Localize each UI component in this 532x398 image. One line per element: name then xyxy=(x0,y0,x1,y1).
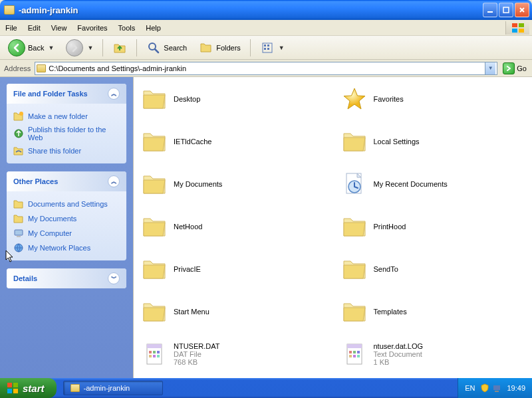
svg-rect-3 xyxy=(519,23,524,27)
file-item[interactable]: IETldCache xyxy=(136,126,330,157)
share-icon xyxy=(13,146,24,156)
go-label: Go xyxy=(517,64,527,72)
search-button[interactable]: Search xyxy=(142,39,191,57)
my-computer-link[interactable]: My Computer xyxy=(13,226,120,241)
svg-rect-22 xyxy=(153,351,156,353)
folder-icon xyxy=(340,298,368,326)
menu-help[interactable]: Help xyxy=(140,21,166,35)
file-icon xyxy=(340,340,368,368)
docs-settings-link[interactable]: Documents and Settings xyxy=(13,197,120,211)
folder-icon xyxy=(340,128,368,155)
new-folder-icon xyxy=(13,111,24,122)
file-item[interactable]: PrivacIE xyxy=(136,254,330,284)
svg-rect-1 xyxy=(503,7,509,13)
item-name: Start Menu xyxy=(174,308,209,316)
network-icon xyxy=(13,243,24,253)
address-label: Address xyxy=(3,64,32,72)
shield-icon[interactable] xyxy=(480,383,489,393)
new-folder-link[interactable]: Make a new folder xyxy=(13,109,120,124)
file-item[interactable]: My Recent Documents xyxy=(336,169,530,199)
go-button[interactable]: Go xyxy=(500,61,529,76)
maximize-button[interactable] xyxy=(499,3,513,17)
menu-file[interactable]: File xyxy=(0,21,23,35)
system-tray: EN 19:49 xyxy=(458,378,532,398)
favorites-star-icon xyxy=(340,85,368,113)
menu-edit[interactable]: Edit xyxy=(23,21,46,35)
collapse-icon: ︽ xyxy=(108,175,120,187)
folder-icon xyxy=(140,170,168,198)
separator xyxy=(136,39,137,56)
tray-icon[interactable] xyxy=(492,383,501,393)
forward-dropdown-icon[interactable]: ▼ xyxy=(87,45,93,51)
start-button[interactable]: start xyxy=(0,378,57,398)
file-item[interactable]: Templates xyxy=(336,296,530,327)
tasks-header[interactable]: File and Folder Tasks ︽ xyxy=(7,84,126,104)
search-icon xyxy=(146,41,161,55)
forward-button[interactable]: ▼ xyxy=(62,37,97,58)
svg-rect-11 xyxy=(267,48,269,50)
file-item[interactable]: SendTo xyxy=(336,254,530,284)
item-name: NTUSER.DAT xyxy=(174,342,219,350)
tasks-title: File and Folder Tasks xyxy=(13,90,88,98)
share-link[interactable]: Share this folder xyxy=(13,144,120,158)
search-label: Search xyxy=(164,44,187,52)
file-item[interactable]: Desktop xyxy=(136,84,330,114)
file-item[interactable]: NTUSER.DATDAT File768 KB xyxy=(136,339,330,369)
menu-tools[interactable]: Tools xyxy=(113,21,141,35)
file-item[interactable]: Local Settings xyxy=(336,126,530,157)
menu-favorites[interactable]: Favorites xyxy=(72,21,112,35)
up-button[interactable] xyxy=(108,39,131,57)
language-indicator[interactable]: EN xyxy=(465,384,475,392)
taskbar-item[interactable]: -admin-jrankin xyxy=(63,381,163,395)
svg-rect-53 xyxy=(495,391,499,392)
file-item[interactable]: Start Menu xyxy=(136,296,330,327)
back-dropdown-icon[interactable]: ▼ xyxy=(48,45,54,51)
minimize-button[interactable] xyxy=(483,3,497,17)
other-header[interactable]: Other Places ︽ xyxy=(7,171,126,191)
taskbar: start -admin-jrankin EN 19:49 xyxy=(0,378,532,398)
details-header[interactable]: Details ︾ xyxy=(7,268,126,288)
file-item[interactable]: My Documents xyxy=(136,169,330,199)
file-item[interactable]: Favorites xyxy=(336,84,530,114)
svg-rect-29 xyxy=(349,351,352,353)
address-dropdown-icon[interactable]: ▼ xyxy=(485,62,495,74)
computer-icon xyxy=(13,228,24,239)
go-icon xyxy=(503,62,515,74)
svg-rect-33 xyxy=(353,355,356,357)
recent-docs-icon xyxy=(340,170,368,198)
views-button[interactable]: ▼ xyxy=(256,39,289,57)
back-label: Back xyxy=(28,44,44,52)
file-folder-tasks-panel: File and Folder Tasks ︽ Make a new folde… xyxy=(7,84,126,163)
network-link[interactable]: My Network Places xyxy=(13,241,120,255)
my-docs-link[interactable]: My Documents xyxy=(13,211,120,226)
close-button[interactable] xyxy=(515,3,529,17)
file-icon xyxy=(140,340,168,368)
address-input[interactable]: C:\Documents and Settings\-admin-jrankin… xyxy=(35,62,497,75)
item-name: Local Settings xyxy=(374,138,420,146)
svg-rect-25 xyxy=(153,355,156,357)
svg-rect-4 xyxy=(512,29,517,33)
folders-label: Folders xyxy=(216,44,241,52)
folder-icon xyxy=(340,255,368,283)
publish-link[interactable]: Publish this folder to the Web xyxy=(13,124,120,144)
task-label: -admin-jrankin xyxy=(84,384,130,392)
item-name: SendTo xyxy=(374,265,398,273)
forward-icon xyxy=(66,39,83,56)
details-panel: Details ︾ xyxy=(7,268,126,288)
content-area[interactable]: DesktopFavoritesIETldCacheLocal Settings… xyxy=(133,77,532,378)
svg-rect-9 xyxy=(267,45,269,47)
folders-button[interactable]: Folders xyxy=(195,39,245,57)
menu-view[interactable]: View xyxy=(46,21,72,35)
windows-logo-icon xyxy=(7,382,19,394)
clock[interactable]: 19:49 xyxy=(507,384,525,392)
file-item[interactable]: NetHood xyxy=(136,211,330,242)
menubar: File Edit View Favorites Tools Help xyxy=(0,20,532,36)
back-button[interactable]: Back ▼ xyxy=(4,37,58,58)
item-name: Desktop xyxy=(174,95,200,103)
views-dropdown-icon[interactable]: ▼ xyxy=(279,45,285,51)
file-item[interactable]: PrintHood xyxy=(336,211,530,242)
svg-rect-5 xyxy=(519,29,524,33)
file-item[interactable]: ntuser.dat.LOGText Document1 KB xyxy=(336,339,530,369)
folder-icon xyxy=(13,199,24,209)
svg-rect-23 xyxy=(157,351,160,353)
